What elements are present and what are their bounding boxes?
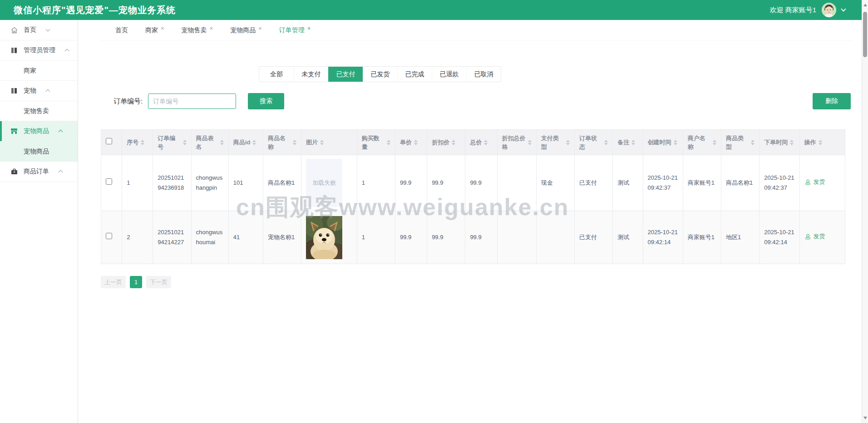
sidebar-subitem-merchant[interactable]: 商家 <box>0 61 78 81</box>
tab-home[interactable]: 首页 <box>115 26 128 34</box>
cell-total: 99.9 <box>465 211 497 264</box>
col-merchant[interactable]: 商户名称 <box>683 130 721 155</box>
col-discount-price[interactable]: 折扣价 <box>427 130 465 155</box>
ship-button[interactable]: 发货 <box>804 231 825 241</box>
columns-icon <box>10 46 18 54</box>
col-action[interactable]: 操作 <box>799 130 845 155</box>
order-no-input[interactable] <box>148 93 236 109</box>
chevron-down-icon <box>46 27 50 32</box>
sort-icon[interactable] <box>293 140 296 145</box>
briefcase-icon <box>10 167 18 176</box>
col-order-status[interactable]: 订单状态 <box>575 130 613 155</box>
sort-icon[interactable] <box>631 140 635 145</box>
scrollbar-thumb[interactable] <box>863 12 867 57</box>
sort-icon[interactable] <box>604 140 608 145</box>
tab-pet-goods[interactable]: 宠物商品 × <box>230 26 262 34</box>
search-button[interactable]: 搜索 <box>248 93 284 109</box>
sort-icon[interactable] <box>183 140 187 145</box>
select-all-checkbox[interactable] <box>106 138 112 144</box>
sort-icon[interactable] <box>320 140 324 145</box>
sidebar-item-goods-order[interactable]: 商品订单 <box>0 162 78 182</box>
next-page-button[interactable]: 下一页 <box>146 276 171 288</box>
close-icon[interactable]: × <box>210 26 213 31</box>
col-pay-type[interactable]: 支付类型 <box>536 130 574 155</box>
sidebar-item-label: 宠物 <box>24 87 36 95</box>
sort-icon[interactable] <box>252 140 256 145</box>
sort-icon[interactable] <box>674 140 677 145</box>
home-icon <box>10 26 18 34</box>
cell-qty: 1 <box>357 211 395 264</box>
sort-icon[interactable] <box>452 140 455 145</box>
col-image[interactable]: 图片 <box>301 130 357 155</box>
row-checkbox[interactable] <box>106 233 112 239</box>
col-order-time[interactable]: 下单时间 <box>760 130 799 155</box>
col-seq[interactable]: 序号 <box>122 130 153 155</box>
col-table-name[interactable]: 商品表名 <box>191 130 228 155</box>
cell-action: 发货 <box>799 155 845 211</box>
welcome-text: 欢迎 商家账号1 <box>769 6 816 15</box>
cell-table-name: chongwushoumai <box>191 211 228 264</box>
ship-button[interactable]: 发货 <box>804 177 825 187</box>
close-icon[interactable]: × <box>307 26 311 31</box>
tab-label: 首页 <box>115 26 128 34</box>
filter-paid[interactable]: 已支付 <box>328 67 363 82</box>
col-total[interactable]: 总价 <box>465 130 497 155</box>
col-unit-price[interactable]: 单价 <box>395 130 427 155</box>
cell-goods-name: 商品名称1 <box>263 155 301 211</box>
filter-shipped[interactable]: 已发货 <box>363 67 397 82</box>
tab-merchant[interactable]: 商家 × <box>145 26 164 34</box>
sort-icon[interactable] <box>220 140 224 145</box>
sidebar-item-pet[interactable]: 宠物 <box>0 81 78 101</box>
sort-icon[interactable] <box>484 140 488 145</box>
sort-icon[interactable] <box>566 140 570 145</box>
sort-icon[interactable] <box>790 140 794 145</box>
col-goods-type[interactable]: 商品类型 <box>721 130 760 155</box>
close-icon[interactable]: × <box>161 26 164 31</box>
orders-table: 序号 订单编号 商品表名 商品id 商品名称 图片 购买数量 单价 折扣价 总价… <box>101 129 853 264</box>
filter-all[interactable]: 全部 <box>259 67 294 82</box>
row-checkbox[interactable] <box>106 178 112 185</box>
filter-refunded[interactable]: 已退款 <box>432 67 466 82</box>
col-discount-total[interactable]: 折扣总价格 <box>497 130 536 155</box>
sort-icon[interactable] <box>713 140 716 145</box>
filter-completed[interactable]: 已完成 <box>397 67 432 82</box>
col-goods-id[interactable]: 商品id <box>228 130 263 155</box>
dog-photo[interactable] <box>306 216 342 259</box>
sort-icon[interactable] <box>528 140 532 145</box>
sidebar-subitem-pet-goods[interactable]: 宠物商品 <box>0 142 78 162</box>
cell-table-name: chongwushangpin <box>191 155 228 211</box>
cell-discount-price: 99.9 <box>427 155 465 211</box>
prev-page-button[interactable]: 上一页 <box>101 276 126 288</box>
sort-icon[interactable] <box>141 140 144 145</box>
col-remark[interactable]: 备注 <box>613 130 643 155</box>
tab-order-manage[interactable]: 订单管理 × <box>279 26 311 34</box>
sort-icon[interactable] <box>414 140 418 145</box>
sidebar-item-admin[interactable]: 管理员管理 <box>0 40 78 61</box>
cell-action: 发货 <box>799 211 845 264</box>
sidebar-item-home[interactable]: 首页 <box>0 20 78 40</box>
sort-icon[interactable] <box>751 140 755 145</box>
cell-order-status: 已支付 <box>575 155 613 211</box>
stamp-icon <box>804 233 811 240</box>
col-qty[interactable]: 购买数量 <box>357 130 395 155</box>
sidebar-item-pet-goods[interactable]: 宠物商品 <box>0 121 78 142</box>
sort-icon[interactable] <box>387 140 390 145</box>
filter-cancelled[interactable]: 已取消 <box>466 67 501 82</box>
chevron-down-icon[interactable] <box>841 6 846 11</box>
sort-icon[interactable] <box>819 140 822 145</box>
tab-pet-sale[interactable]: 宠物售卖 × <box>182 26 213 34</box>
scroll-up-icon[interactable] <box>863 4 867 6</box>
close-icon[interactable]: × <box>258 26 262 31</box>
col-order-no[interactable]: 订单编号 <box>153 130 191 155</box>
scroll-down-icon[interactable] <box>863 417 867 419</box>
col-created[interactable]: 创建时间 <box>643 130 683 155</box>
filter-unpaid[interactable]: 未支付 <box>294 67 328 82</box>
page-number-1[interactable]: 1 <box>130 276 142 288</box>
avatar[interactable] <box>822 3 836 17</box>
delete-button[interactable]: 删除 <box>813 93 851 109</box>
sidebar-subitem-pet-sale[interactable]: 宠物售卖 <box>0 101 78 121</box>
cell-goods-type: 地区1 <box>721 211 760 264</box>
col-goods-name[interactable]: 商品名称 <box>263 130 301 155</box>
scrollbar[interactable] <box>862 0 868 423</box>
cell-image <box>301 211 357 264</box>
